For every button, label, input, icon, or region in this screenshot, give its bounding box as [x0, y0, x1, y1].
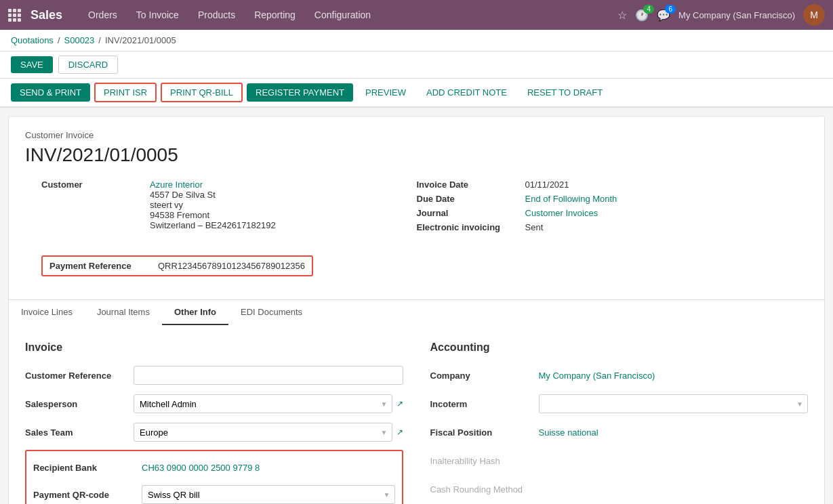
invoice-date-label: Invoice Date	[417, 180, 525, 190]
sales-team-row: Sales Team Europe ▼ ↗	[25, 421, 403, 443]
fiscal-position-value[interactable]: Suisse national	[539, 427, 809, 438]
print-qr-bill-button[interactable]: PRINT QR-BILL	[161, 83, 243, 102]
recipient-bank-value[interactable]: CH63 0900 0000 2500 9779 8	[142, 463, 395, 473]
activity-icon[interactable]: 🕐 4	[635, 9, 649, 22]
send-print-button[interactable]: SEND & PRINT	[11, 83, 90, 102]
preview-button[interactable]: PREVIEW	[357, 84, 414, 101]
payment-qr-code-label: Payment QR-code	[33, 490, 142, 500]
navbar: Sales Orders To Invoice Products Reporti…	[0, 0, 833, 30]
nav-orders[interactable]: Orders	[79, 0, 127, 30]
accounting-section-title: Accounting	[430, 341, 809, 354]
recipient-bank-label: Recipient Bank	[33, 463, 142, 473]
cash-rounding-label: Cash Rounding Method	[430, 484, 539, 495]
cash-rounding-row: Cash Rounding Method	[430, 478, 809, 500]
payment-qr-code-dropdown[interactable]: Swiss QR bill	[148, 490, 389, 500]
save-button[interactable]: SAVE	[11, 56, 53, 73]
breadcrumb-quotations[interactable]: Quotations	[11, 35, 54, 45]
company-label: Company	[430, 371, 539, 381]
salesperson-dropdown[interactable]: Mitchell Admin	[140, 399, 386, 409]
customer-reference-field[interactable]	[140, 371, 397, 381]
grid-menu-icon[interactable]	[8, 9, 21, 22]
electronic-invoicing-label: Electronic invoicing	[417, 222, 525, 232]
electronic-invoicing-row: Electronic invoicing Sent	[417, 222, 792, 232]
discard-button[interactable]: DISCARD	[58, 56, 119, 74]
customer-reference-input[interactable]	[134, 366, 403, 385]
company-name: My Company (San Francisco)	[678, 10, 795, 20]
company-row: Company My Company (San Francisco)	[430, 364, 809, 386]
payment-reference-section: Payment Reference QRR1234567891012345678…	[41, 255, 313, 276]
breadcrumb-sep1: /	[58, 35, 60, 45]
company-value[interactable]: My Company (San Francisco)	[539, 371, 809, 381]
nav-to-invoice[interactable]: To Invoice	[127, 0, 188, 30]
journal-value[interactable]: Customer Invoices	[525, 208, 598, 218]
customer-row: Customer Azure Interior 4557 De Silva St…	[41, 180, 417, 230]
print-isr-button[interactable]: PRINT ISR	[94, 83, 157, 102]
salesperson-external-link[interactable]: ↗	[397, 399, 403, 408]
reset-to-draft-button[interactable]: RESET TO DRAFT	[519, 84, 611, 101]
avatar[interactable]: M	[803, 4, 825, 26]
navbar-right: ☆ 🕐 4 💬 6 My Company (San Francisco) M	[617, 4, 825, 26]
invoice-section: Invoice Customer Reference Salesperson M…	[25, 341, 403, 504]
sales-team-external-link[interactable]: ↗	[397, 427, 403, 437]
customer-address-line3: 94538 Fremont	[150, 210, 276, 220]
tab-other-info[interactable]: Other Info	[162, 300, 228, 325]
salesperson-label: Salesperson	[25, 399, 134, 409]
other-info-two-col: Invoice Customer Reference Salesperson M…	[25, 341, 808, 504]
inalterability-hash-label: Inalterability Hash	[430, 456, 539, 466]
incoterm-dropdown[interactable]	[545, 399, 802, 409]
incoterm-select[interactable]: ▼	[539, 394, 809, 413]
nav-configuration[interactable]: Configuration	[305, 0, 380, 30]
payment-reference-value: QRR12345678910123456789012356	[158, 261, 305, 271]
customer-name[interactable]: Azure Interior	[150, 180, 276, 190]
tab-content-other-info: Invoice Customer Reference Salesperson M…	[9, 325, 824, 504]
action-bar-secondary: SEND & PRINT PRINT ISR PRINT QR-BILL REG…	[0, 79, 833, 108]
invoice-type-label: Customer Invoice	[25, 130, 808, 140]
due-date-row: Due Date End of Following Month	[417, 194, 792, 204]
fiscal-position-row: Fiscal Position Suisse national	[430, 421, 809, 443]
nav-products[interactable]: Products	[188, 0, 245, 30]
add-credit-note-button[interactable]: ADD CREDIT NOTE	[418, 84, 515, 101]
register-payment-button[interactable]: REGISTER PAYMENT	[247, 83, 353, 102]
salesperson-row: Salesperson Mitchell Admin ▼ ↗	[25, 393, 403, 415]
customer-info: Azure Interior 4557 De Silva St steert v…	[150, 180, 276, 230]
tab-invoice-lines[interactable]: Invoice Lines	[9, 300, 85, 325]
due-date-value[interactable]: End of Following Month	[525, 194, 617, 204]
incoterm-label: Incoterm	[430, 399, 539, 409]
fiscal-position-label: Fiscal Position	[430, 427, 539, 438]
star-icon[interactable]: ☆	[617, 9, 627, 22]
invoice-section-title: Invoice	[25, 341, 403, 354]
breadcrumb-sep2: /	[98, 35, 101, 45]
tab-edi-documents[interactable]: EDI Documents	[228, 300, 314, 325]
bank-qr-section: Recipient Bank CH63 0900 0000 2500 9779 …	[25, 450, 403, 504]
inalterability-hash-row: Inalterability Hash	[430, 450, 809, 471]
messages-badge: 6	[665, 5, 676, 14]
invoice-left-col: Customer Azure Interior 4557 De Silva St…	[41, 180, 417, 236]
breadcrumb: Quotations / S00023 / INV/2021/01/0005	[0, 30, 833, 51]
electronic-invoicing-value: Sent	[525, 222, 544, 232]
sales-team-label: Sales Team	[25, 427, 134, 438]
customer-address-line1: 4557 De Silva St	[150, 190, 276, 200]
messages-icon[interactable]: 💬 6	[657, 9, 670, 22]
tab-journal-items[interactable]: Journal Items	[85, 300, 162, 325]
brand-name: Sales	[31, 8, 62, 22]
customer-reference-row: Customer Reference	[25, 364, 403, 386]
payment-reference-container: Payment Reference QRR1234567891012345678…	[25, 246, 808, 286]
breadcrumb-current: INV/2021/01/0005	[105, 35, 176, 45]
invoice-date-value: 01/11/2021	[525, 180, 569, 190]
nav-reporting[interactable]: Reporting	[245, 0, 305, 30]
payment-qr-code-select[interactable]: Swiss QR bill ▼	[142, 485, 395, 504]
journal-row: Journal Customer Invoices	[417, 208, 792, 218]
invoice-number: INV/2021/01/0005	[25, 144, 808, 166]
tabs-row: Invoice Lines Journal Items Other Info E…	[9, 299, 824, 325]
salesperson-select[interactable]: Mitchell Admin ▼	[134, 394, 392, 413]
customer-reference-label: Customer Reference	[25, 371, 134, 381]
breadcrumb-s00023[interactable]: S00023	[64, 35, 95, 45]
payment-qr-code-row: Payment QR-code Swiss QR bill ▼	[33, 484, 395, 504]
action-bar-primary: SAVE DISCARD	[0, 51, 833, 79]
invoice-header: Customer Invoice INV/2021/01/0005 Custom…	[9, 117, 824, 293]
due-date-label: Due Date	[417, 194, 525, 204]
main-nav: Orders To Invoice Products Reporting Con…	[79, 0, 617, 30]
sales-team-select[interactable]: Europe ▼	[134, 423, 392, 442]
sales-team-dropdown[interactable]: Europe	[140, 427, 386, 438]
journal-label: Journal	[417, 208, 525, 218]
